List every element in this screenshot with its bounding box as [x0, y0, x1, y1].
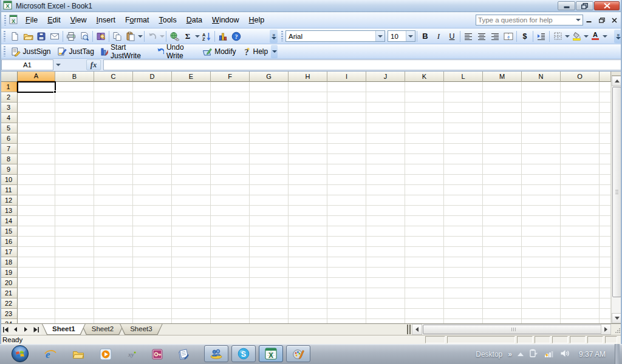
- open-folder-icon[interactable]: [21, 30, 35, 43]
- cell-L24[interactable]: [444, 319, 483, 323]
- cell-C1[interactable]: [94, 82, 133, 92]
- cell-D1[interactable]: [133, 82, 172, 92]
- cell-C23[interactable]: [94, 309, 133, 319]
- taskbar-clock[interactable]: 9:37 AM: [579, 350, 606, 359]
- font-color-dropdown-icon[interactable]: [602, 30, 607, 43]
- cell-E1[interactable]: [172, 82, 211, 92]
- cell-L23[interactable]: [444, 309, 483, 319]
- cell-L19[interactable]: [444, 268, 483, 278]
- cell-K11[interactable]: [405, 185, 444, 195]
- menu-window[interactable]: Window: [207, 14, 244, 26]
- cell-F23[interactable]: [211, 309, 250, 319]
- fill-color-dropdown-icon[interactable]: [583, 30, 589, 43]
- cell-O24[interactable]: [561, 319, 600, 323]
- cell-J19[interactable]: [366, 268, 405, 278]
- cell-E4[interactable]: [172, 113, 211, 123]
- cell-O19[interactable]: [561, 268, 600, 278]
- cell-I4[interactable]: [327, 113, 366, 123]
- minimize-button[interactable]: [558, 1, 575, 10]
- cell-D13[interactable]: [133, 206, 172, 216]
- justtag-button[interactable]: JustTag: [54, 45, 97, 58]
- cell-M8[interactable]: [483, 154, 522, 164]
- scroll-left-button[interactable]: [412, 324, 422, 335]
- cell-C9[interactable]: [94, 164, 133, 175]
- cell-N20[interactable]: [522, 278, 561, 288]
- menu-edit[interactable]: Edit: [43, 14, 66, 26]
- cell-E14[interactable]: [172, 216, 211, 226]
- cell-J16[interactable]: [366, 237, 405, 247]
- cell-M10[interactable]: [483, 175, 522, 185]
- cell-F9[interactable]: [211, 164, 250, 175]
- cell-D17[interactable]: [133, 247, 172, 257]
- cell-F8[interactable]: [211, 154, 250, 164]
- cell-M14[interactable]: [483, 216, 522, 226]
- cell-K8[interactable]: [405, 154, 444, 164]
- bold-button[interactable]: B: [419, 30, 432, 43]
- row-header-11[interactable]: 11: [0, 185, 18, 195]
- cell-H24[interactable]: [289, 319, 327, 323]
- row-header-23[interactable]: 23: [0, 309, 18, 319]
- cell-M22[interactable]: [483, 298, 522, 309]
- cell-N17[interactable]: [522, 247, 561, 257]
- cell-C10[interactable]: [94, 175, 133, 185]
- cell-G1[interactable]: [250, 82, 289, 92]
- sort-ascending-icon[interactable]: AZ: [200, 30, 213, 43]
- cell-partial[interactable]: [600, 175, 611, 185]
- cell-O15[interactable]: [561, 226, 600, 237]
- cell-H1[interactable]: [289, 82, 327, 92]
- cell-D20[interactable]: [133, 278, 172, 288]
- cell-H20[interactable]: [289, 278, 327, 288]
- cell-K3[interactable]: [405, 103, 444, 113]
- horizontal-scrollbar[interactable]: [412, 324, 611, 335]
- cell-G10[interactable]: [250, 175, 289, 185]
- next-sheet-button[interactable]: [21, 324, 31, 335]
- cell-H12[interactable]: [289, 195, 327, 206]
- cell-G23[interactable]: [250, 309, 289, 319]
- row-header-18[interactable]: 18: [0, 257, 18, 268]
- cell-O6[interactable]: [561, 133, 600, 144]
- cell-C24[interactable]: [94, 319, 133, 323]
- cell-B9[interactable]: [55, 164, 94, 175]
- cell-J7[interactable]: [366, 144, 405, 154]
- cell-D4[interactable]: [133, 113, 172, 123]
- cell-J3[interactable]: [366, 103, 405, 113]
- cell-J6[interactable]: [366, 133, 405, 144]
- cell-J1[interactable]: [366, 82, 405, 92]
- cell-B10[interactable]: [55, 175, 94, 185]
- cell-C6[interactable]: [94, 133, 133, 144]
- cell-M1[interactable]: [483, 82, 522, 92]
- cell-H8[interactable]: [289, 154, 327, 164]
- cell-E15[interactable]: [172, 226, 211, 237]
- chevron-down-icon[interactable]: [576, 19, 581, 21]
- italic-button[interactable]: I: [432, 30, 445, 43]
- cell-N18[interactable]: [522, 257, 561, 268]
- cell-D24[interactable]: [133, 319, 172, 323]
- toolbar-drag-handle[interactable]: [4, 46, 5, 56]
- cell-H5[interactable]: [289, 123, 327, 133]
- cell-M5[interactable]: [483, 123, 522, 133]
- cell-partial[interactable]: [600, 268, 611, 278]
- cell-G13[interactable]: [250, 206, 289, 216]
- menu-format[interactable]: Format: [120, 14, 154, 26]
- cell-partial[interactable]: [600, 82, 611, 92]
- cell-K21[interactable]: [405, 288, 444, 298]
- cell-F17[interactable]: [211, 247, 250, 257]
- align-left-icon[interactable]: [462, 30, 475, 43]
- new-document-icon[interactable]: [8, 30, 21, 43]
- paint-designer-button[interactable]: [286, 345, 310, 362]
- cell-E22[interactable]: [172, 298, 211, 309]
- cell-F13[interactable]: [211, 206, 250, 216]
- cell-B16[interactable]: [55, 237, 94, 247]
- cell-H3[interactable]: [289, 103, 327, 113]
- cell-L8[interactable]: [444, 154, 483, 164]
- cell-G6[interactable]: [250, 133, 289, 144]
- cell-C12[interactable]: [94, 195, 133, 206]
- excel-taskbar-button[interactable]: X: [259, 345, 283, 362]
- cell-F1[interactable]: [211, 82, 250, 92]
- cell-D15[interactable]: [133, 226, 172, 237]
- name-box[interactable]: A1: [1, 59, 53, 70]
- menu-tools[interactable]: Tools: [154, 14, 181, 26]
- cell-E8[interactable]: [172, 154, 211, 164]
- cell-B19[interactable]: [55, 268, 94, 278]
- cell-N24[interactable]: [522, 319, 561, 323]
